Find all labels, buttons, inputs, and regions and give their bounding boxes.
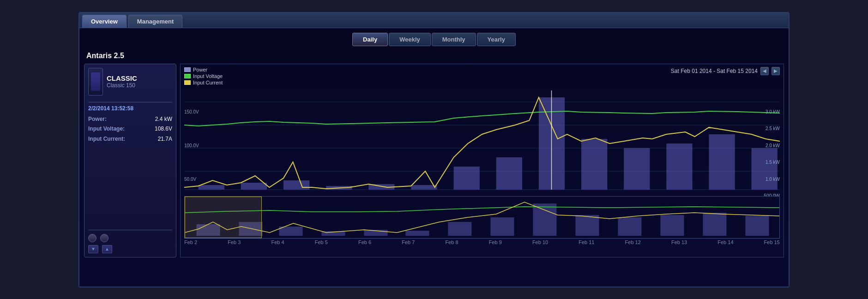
power-row: Power: 2.4 kW [88,114,172,125]
x-label-feb9: Feb 9 [489,239,502,245]
x-label-feb11: Feb 11 [579,239,594,245]
x-label-feb8: Feb 8 [445,239,458,245]
device-icon [88,68,103,96]
ctrl-icons: ▼ ▲ [88,245,172,253]
date-nav-prev[interactable]: ◀ [760,67,769,75]
x-label-feb13: Feb 13 [671,239,687,245]
chart-area: CLASSIC Classic 150 2/2/2014 13:52:58 Po… [84,64,784,257]
svg-rect-16 [618,217,641,236]
y-right-2: 2.0 kW [764,143,780,148]
chart-container: Power Input Voltage Input Current Sat Fe… [180,64,784,257]
device-name-block: CLASSIC Classic 150 [107,74,172,89]
svg-rect-11 [405,231,429,236]
ctrl-dot-1[interactable] [88,234,96,242]
device-divider [88,102,172,102]
legend-power: Power [184,67,223,72]
section-title: Antaris 2.5 [84,52,784,60]
bar-feb11 [581,139,607,190]
bar-feb14 [709,134,735,190]
svg-rect-8 [279,227,302,236]
ctrl-dot-2[interactable] [100,234,108,242]
bar-feb13 [666,144,692,190]
y-right-3: 1.5 kW [764,160,780,165]
device-model: Classic 150 [107,82,172,89]
date-range: Sat Feb 01 2014 - Sat Feb 15 2014 ◀ ▶ [671,67,780,75]
ctrl-icon-2[interactable]: ▲ [102,245,112,253]
svg-rect-5 [185,197,779,238]
x-label-feb4: Feb 4 [271,239,284,245]
x-label-feb10: Feb 10 [532,239,548,245]
chart-wrapper: 150.0V 100.0V 50.0V 0.0V [181,88,784,194]
x-label-feb5: Feb 5 [315,239,328,245]
legend-power-label: Power [193,67,207,72]
svg-rect-13 [490,217,514,236]
main-chart-svg [184,88,780,194]
y-right-4: 1.0 kW [764,177,780,182]
svg-rect-19 [745,216,769,236]
x-label-feb7: Feb 7 [402,239,415,245]
svg-rect-15 [575,215,599,236]
main-chart-area [181,88,784,194]
main-window: Overview Management Daily Weekly Monthly… [78,12,790,287]
svg-rect-12 [448,222,471,236]
device-timestamp: 2/2/2014 13:52:58 [88,105,172,112]
x-label-feb15: Feb 15 [764,239,780,245]
x-label-feb6: Feb 6 [358,239,371,245]
device-icon-inner [91,72,100,91]
device-controls: ▼ ▲ [88,230,172,253]
period-yearly[interactable]: Yearly [477,33,516,46]
period-weekly[interactable]: Weekly [389,33,431,46]
tab-management[interactable]: Management [128,15,182,28]
bar-feb9 [496,157,522,190]
date-range-text: Sat Feb 01 2014 - Sat Feb 15 2014 [671,68,758,74]
x-label-feb14: Feb 14 [717,239,733,245]
device-panel: CLASSIC Classic 150 2/2/2014 13:52:58 Po… [84,64,176,257]
x-label-feb12: Feb 12 [625,239,641,245]
chart-legend: Power Input Voltage Input Current [184,67,223,85]
period-monthly[interactable]: Monthly [432,33,476,46]
current-row: Input Current: 21.7A [88,134,172,144]
svg-rect-14 [533,203,556,236]
legend-current: Input Current [184,80,223,85]
period-daily[interactable]: Daily [352,33,388,46]
bar-feb12 [624,148,650,190]
svg-rect-17 [660,215,684,236]
device-stats: Power: 2.4 kW Input Voltage: 108.6V Inpu… [88,114,172,144]
svg-rect-6 [197,224,220,236]
device-name: CLASSIC [107,74,172,82]
y-right-0: 3.0 kW [764,109,780,114]
ctrl-icon-1[interactable]: ▼ [88,245,98,253]
tab-overview[interactable]: Overview [82,15,127,28]
chart-header: Power Input Voltage Input Current Sat Fe… [181,64,784,88]
ctrl-dots [88,234,172,242]
bar-feb2 [199,185,224,190]
x-axis-labels: Feb 2 Feb 3 Feb 4 Feb 5 Feb 6 Feb 7 Feb … [181,239,784,245]
legend-voltage: Input Voltage [184,73,223,79]
device-header: CLASSIC Classic 150 [88,68,172,96]
x-label-feb3: Feb 3 [228,239,241,245]
bar-feb8 [454,167,480,190]
main-content: Daily Weekly Monthly Yearly Antaris 2.5 … [79,28,789,287]
mini-chart-container [184,196,780,239]
legend-voltage-label: Input Voltage [193,73,223,79]
x-label-feb2: Feb 2 [184,239,197,245]
legend-voltage-box [184,74,191,78]
bar-feb3 [241,183,267,190]
tab-bar: Overview Management [79,13,789,28]
y-right-1: 2.5 kW [764,126,780,131]
voltage-row: Input Voltage: 108.6V [88,124,172,134]
date-nav-next[interactable]: ▶ [772,67,780,75]
bar-feb7 [411,185,437,190]
mini-chart-svg [185,197,779,238]
bar-feb4 [283,180,309,190]
svg-rect-18 [703,213,726,236]
legend-current-box [184,80,191,85]
legend-power-box [184,67,191,72]
legend-current-label: Input Current [193,80,223,85]
period-buttons: Daily Weekly Monthly Yearly [84,33,784,46]
voltage-line [184,111,780,126]
